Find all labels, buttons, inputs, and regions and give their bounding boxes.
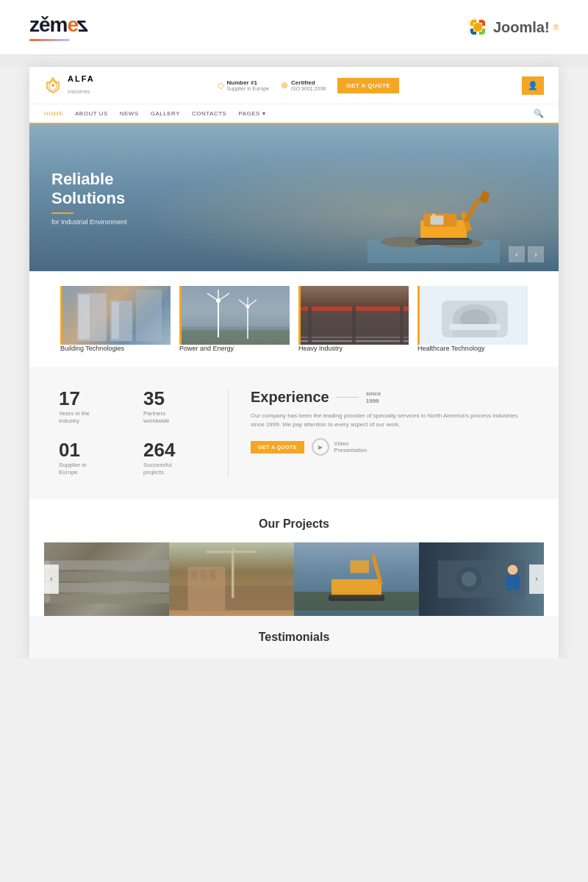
category-power[interactable]: Power and Energy <box>179 286 290 352</box>
cat-heavy-img <box>298 286 409 345</box>
experience-quote-button[interactable]: GET A QUOTE <box>251 441 304 453</box>
zemes-text-z2: z <box>78 13 87 37</box>
cat-healthcare-img <box>417 286 528 345</box>
project-steel[interactable] <box>44 542 169 616</box>
svg-rect-11 <box>415 240 472 244</box>
supplier-icon: ◇ <box>218 80 224 90</box>
certified-icon: ⊕ <box>281 80 288 90</box>
zemes-text-e1: ě <box>39 13 50 36</box>
experience-since: since 1999 <box>366 390 381 404</box>
since-year: 1999 <box>366 398 381 405</box>
projects-section: Our Projects ‹ <box>29 499 559 616</box>
svg-rect-38 <box>400 306 404 343</box>
stat-partners-label: Partnersworldwide <box>143 410 206 426</box>
cat-building-img <box>60 286 171 345</box>
category-building[interactable]: Building Technologies <box>60 286 171 352</box>
testimonials-section: Testimonials <box>29 616 559 659</box>
hero-prev-arrow[interactable]: ‹ <box>509 246 525 262</box>
svg-rect-46 <box>44 571 169 581</box>
nav-news[interactable]: NEWS <box>120 104 139 123</box>
svg-point-69 <box>508 564 518 575</box>
svg-rect-60 <box>209 570 216 579</box>
joomla-logo: Joomla! ® <box>466 15 559 39</box>
certified-title: Certified <box>291 79 326 86</box>
stat-supplier-label: Supplier inEurope <box>59 462 121 477</box>
supplier-text: Number #1 Supplier in Europe <box>227 79 270 91</box>
svg-rect-64 <box>351 560 370 573</box>
search-icon[interactable]: 🔍 <box>534 109 544 118</box>
projects-prev-arrow[interactable]: ‹ <box>44 564 59 594</box>
categories-section: Building Technologies <box>29 271 559 367</box>
nav-contacts[interactable]: CONTACTS <box>192 104 226 123</box>
user-icon[interactable]: 👤 <box>522 76 544 95</box>
cat-power-label: Power and Energy <box>179 345 234 352</box>
svg-rect-21 <box>182 330 290 345</box>
cat-heavy-label: Heavy Industry <box>298 345 343 352</box>
get-quote-button[interactable]: GET A QUOTE <box>337 78 399 93</box>
stat-years-label: Years in theindustry <box>59 410 121 426</box>
testimonials-title: Testimonials <box>44 631 544 644</box>
nav-about[interactable]: ABOUT US <box>75 104 108 123</box>
branding-bar: zěmez Joomla! ® <box>0 0 588 55</box>
stat-projects-num: 264 <box>143 440 206 459</box>
mockup-logo: ALFA Industries <box>44 74 95 96</box>
experience-actions: GET A QUOTE ▶ VideoPresentation <box>251 438 529 456</box>
svg-point-14 <box>431 214 435 218</box>
category-healthcare[interactable]: Healthcare Technology <box>417 286 528 352</box>
hero-subtitle: for Industrial Environment <box>51 218 127 226</box>
top-divider <box>0 55 588 67</box>
category-heavy[interactable]: Heavy Industry <box>298 286 409 352</box>
experience-word: Experience <box>251 389 329 406</box>
projects-gallery: ‹ <box>44 542 544 616</box>
cat-power-img <box>179 286 290 345</box>
cat-healthcare-label: Healthcare Technology <box>417 345 484 352</box>
header-info-supplier: ◇ Number #1 Supplier in Europe <box>218 79 270 91</box>
supplier-title: Number #1 <box>227 79 270 86</box>
joomla-text: Joomla! <box>493 19 550 36</box>
hero-next-arrow[interactable]: › <box>528 246 544 262</box>
experience-section: Experience since 1999 Our company has be… <box>251 389 529 456</box>
video-presentation-button[interactable]: ▶ VideoPresentation <box>312 438 367 456</box>
svg-point-52 <box>44 594 51 603</box>
certified-text: Certified ISO 9001:2008 <box>291 79 326 91</box>
zemes-text-m: m <box>50 13 68 36</box>
joomla-registered: ® <box>553 24 559 32</box>
alfa-sub: Industries <box>68 89 90 94</box>
project-worker[interactable] <box>419 542 544 616</box>
hero-arrows: ‹ › <box>509 246 544 262</box>
svg-rect-47 <box>44 583 169 592</box>
svg-rect-18 <box>79 295 90 339</box>
since-label: since <box>366 390 381 398</box>
stats-grid: 17 Years in theindustry 35 Partnersworld… <box>59 389 206 477</box>
svg-rect-54 <box>232 548 234 598</box>
stat-supplier-num: 01 <box>59 440 121 459</box>
header-info-group: ◇ Number #1 Supplier in Europe ⊕ Certifi… <box>218 78 400 93</box>
projects-title: Our Projects <box>44 517 544 531</box>
mockup-nav: HOME ABOUT US NEWS GALLERY CONTACTS PAGE… <box>29 104 559 124</box>
stat-partners-num: 35 <box>143 389 206 408</box>
certified-sub: ISO 9001:2008 <box>291 86 326 91</box>
nav-pages[interactable]: PAGES ▾ <box>238 104 265 123</box>
svg-rect-55 <box>207 550 257 552</box>
stat-partners: 35 Partnersworldwide <box>143 389 206 426</box>
svg-rect-37 <box>352 306 356 343</box>
nav-gallery[interactable]: GALLERY <box>151 104 180 123</box>
projects-next-arrow[interactable]: › <box>529 564 544 594</box>
stats-section: 17 Years in theindustry 35 Partnersworld… <box>29 367 559 499</box>
video-play-icon: ▶ <box>312 438 329 456</box>
project-construction[interactable] <box>169 542 294 616</box>
header-info-certified: ⊕ Certified ISO 9001:2008 <box>281 79 326 91</box>
hero-banner: Reliable Solutions for Industrial Enviro… <box>29 124 559 271</box>
svg-rect-17 <box>136 290 162 341</box>
stat-projects-label: Successfulprojects <box>143 462 206 477</box>
nav-home[interactable]: HOME <box>44 104 63 124</box>
svg-rect-65 <box>329 595 385 601</box>
zemes-underline <box>29 39 70 41</box>
svg-rect-58 <box>191 570 198 579</box>
stats-divider <box>228 389 229 477</box>
stat-supplier: 01 Supplier inEurope <box>59 440 121 477</box>
project-crane[interactable] <box>294 542 419 616</box>
svg-rect-48 <box>44 594 169 603</box>
alfa-brand-text: ALFA Industries <box>68 74 95 96</box>
svg-rect-19 <box>112 302 119 339</box>
